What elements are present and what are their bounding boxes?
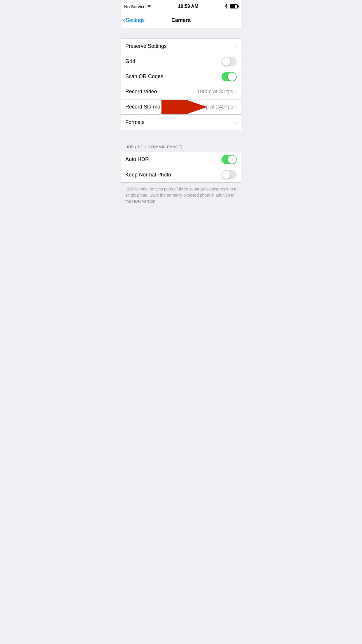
auto-hdr-toggle[interactable] (222, 155, 237, 164)
section-gap-1 (121, 28, 241, 38)
record-slomo-label: Record Slo-mo (125, 104, 160, 110)
record-video-label: Record Video (125, 89, 157, 95)
carrier-text: No Service (124, 4, 145, 9)
page-title: Camera (171, 17, 191, 23)
hdr-section-header: HDR (HIGH DYNAMIC RANGE) (121, 141, 241, 152)
bluetooth-icon (224, 4, 228, 9)
record-slomo-value: 1080p at 240 fps (194, 104, 233, 110)
back-label: Settings (126, 17, 145, 23)
preserve-settings-right: › (235, 43, 237, 49)
footer-note: HDR blends the best parts of three separ… (121, 183, 241, 208)
scan-qr-toggle[interactable] (222, 72, 237, 81)
back-chevron-icon: ‹ (123, 17, 125, 24)
footer-note-text: HDR blends the best parts of three separ… (125, 186, 237, 204)
record-video-value: 1080p at 30 fps (197, 89, 233, 95)
preserve-settings-row[interactable]: Preserve Settings › (121, 39, 241, 54)
formats-row[interactable]: Formats › (121, 115, 241, 130)
record-video-chevron: › (235, 89, 237, 95)
nav-bar: ‹ Settings Camera (121, 13, 241, 28)
auto-hdr-toggle-thumb (228, 155, 236, 164)
formats-label: Formats (125, 119, 145, 125)
record-video-row[interactable]: Record Video 1080p at 30 fps › (121, 84, 241, 99)
record-video-right: 1080p at 30 fps › (197, 89, 237, 95)
scan-qr-toggle-thumb (228, 73, 236, 81)
grid-toggle[interactable] (222, 57, 237, 66)
auto-hdr-label: Auto HDR (125, 156, 149, 162)
status-right (224, 4, 238, 9)
grid-label: Grid (125, 58, 135, 64)
formats-chevron: › (235, 119, 237, 125)
section-2: Auto HDR Keep Normal Photo (121, 152, 241, 183)
grid-toggle-thumb (222, 57, 230, 66)
grid-row: Grid (121, 54, 241, 69)
keep-normal-photo-toggle[interactable] (222, 170, 237, 179)
status-left: No Service (124, 4, 152, 9)
wifi-icon (147, 4, 152, 8)
back-button[interactable]: ‹ Settings (123, 17, 145, 24)
keep-normal-photo-label: Keep Normal Photo (125, 172, 171, 178)
status-time: 10:53 AM (178, 4, 198, 9)
record-slomo-row[interactable]: Record Slo-mo 1080p at 240 fps › (121, 99, 241, 115)
section-1: Preserve Settings › Grid Scan QR Codes R… (121, 38, 241, 130)
scan-qr-label: Scan QR Codes (125, 74, 163, 80)
auto-hdr-row: Auto HDR (121, 152, 241, 167)
hdr-header-text: HDR (HIGH DYNAMIC RANGE) (125, 145, 182, 149)
scan-qr-row: Scan QR Codes (121, 69, 241, 84)
record-slomo-chevron: › (235, 104, 237, 110)
keep-normal-photo-row: Keep Normal Photo (121, 167, 241, 182)
section-gap-2 (121, 130, 241, 141)
preserve-settings-label: Preserve Settings (125, 43, 167, 49)
battery-icon (230, 4, 238, 8)
formats-right: › (235, 119, 237, 125)
status-bar: No Service 10:53 AM (121, 0, 241, 13)
preserve-settings-chevron: › (235, 43, 237, 49)
keep-normal-photo-toggle-thumb (222, 171, 230, 179)
record-slomo-right: 1080p at 240 fps › (194, 104, 237, 110)
